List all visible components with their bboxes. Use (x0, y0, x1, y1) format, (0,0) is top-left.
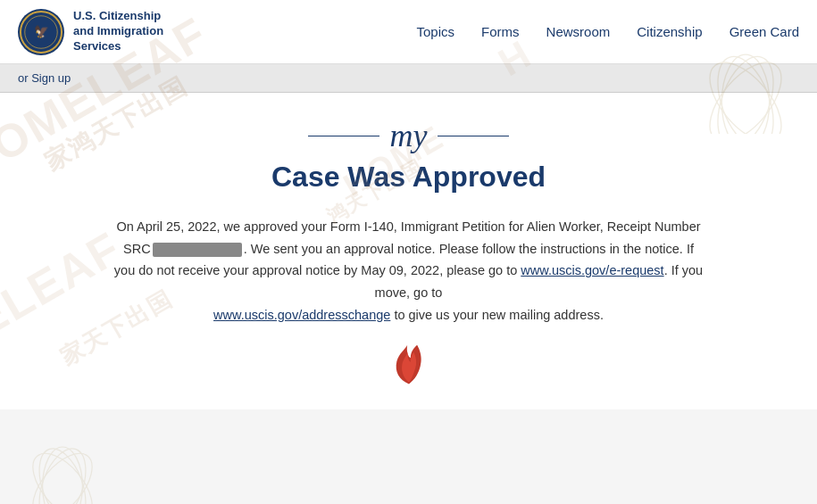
case-title: Case Was Approved (18, 161, 799, 194)
bottom-icon-area (18, 343, 799, 392)
svg-text:🦅: 🦅 (34, 23, 49, 38)
my-line-right (438, 136, 509, 136)
e-request-link[interactable]: www.uscis.gov/e-request (521, 263, 663, 277)
nav-topics[interactable]: Topics (417, 24, 455, 39)
redacted-receipt (153, 243, 242, 257)
main-content: my Case Was Approved On April 25, 2022, … (0, 93, 817, 409)
svg-point-9 (22, 443, 104, 504)
sub-header: or Sign up (0, 64, 817, 93)
nav-newsroom[interactable]: Newsroom (546, 24, 611, 39)
main-nav: Topics Forms Newsroom Citizenship Green … (417, 24, 799, 39)
site-header: 🦅 U.S. Citizenship and Immigration Servi… (0, 0, 817, 64)
logo-section: 🦅 U.S. Citizenship and Immigration Servi… (18, 9, 163, 55)
my-logo: my (18, 120, 799, 152)
nav-green-card[interactable]: Green Card (729, 24, 799, 39)
svg-point-8 (22, 443, 104, 504)
description-text-4: to give us your new mailing address. (394, 308, 604, 322)
flame-icon (391, 343, 427, 392)
nav-forms[interactable]: Forms (481, 24, 520, 39)
svg-point-6 (43, 447, 83, 504)
nav-citizenship[interactable]: Citizenship (637, 24, 702, 39)
svg-point-7 (30, 442, 95, 504)
my-script-text: my (379, 120, 438, 152)
case-description: On April 25, 2022, we approved your Form… (114, 216, 704, 326)
svg-point-5 (30, 442, 95, 504)
uscis-logo: 🦅 (18, 9, 64, 55)
my-line-left (308, 136, 379, 136)
address-change-link[interactable]: www.uscis.gov/addresschange (213, 308, 390, 322)
logo-text: U.S. Citizenship and Immigration Service… (73, 9, 163, 54)
sign-up-link[interactable]: or Sign up (18, 71, 71, 85)
